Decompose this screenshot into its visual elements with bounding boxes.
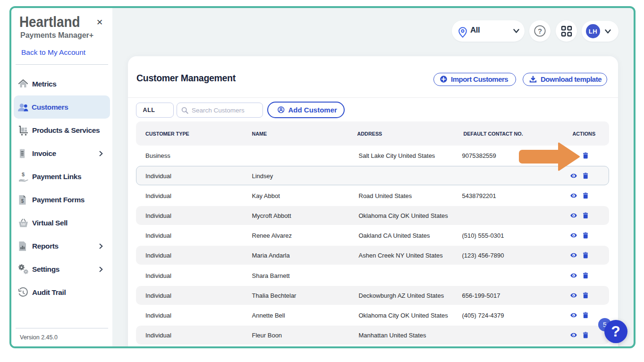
svg-text:$: $ [21,198,24,203]
svg-text:$: $ [22,172,25,177]
svg-text:?: ? [538,27,542,35]
